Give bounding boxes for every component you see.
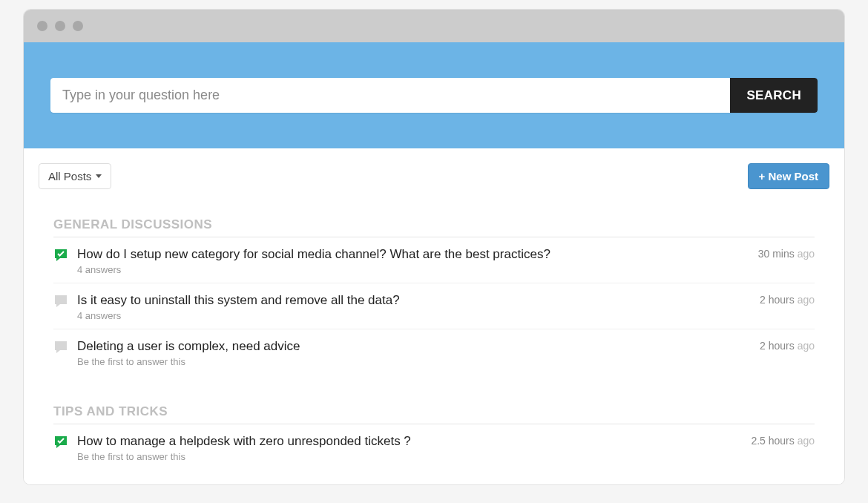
post-time-ago: ago [798, 435, 815, 447]
toolbar-row: All Posts + New Post [39, 163, 829, 189]
post-time: 2.5 hours ago [751, 435, 815, 447]
post-row[interactable]: Is it easy to uninstall this system and … [53, 283, 815, 329]
answered-badge-icon [53, 248, 70, 266]
post-time-value: 30 mins [758, 248, 795, 260]
traffic-dot-1 [37, 21, 47, 31]
post-row[interactable]: Deleting a user is complex, need advice … [53, 329, 815, 375]
section-title: TIPS AND TRICKS [53, 404, 815, 419]
chevron-down-icon [96, 174, 102, 178]
answered-badge-icon [53, 435, 70, 453]
search-input[interactable] [50, 78, 730, 113]
post-time-ago: ago [798, 248, 815, 260]
post-row[interactable]: How do I setup new category for social m… [53, 237, 815, 283]
post-time-ago: ago [798, 294, 815, 306]
search-banner: SEARCH [24, 42, 844, 148]
post-time-value: 2.5 hours [751, 435, 794, 447]
section-tips-and-tricks: TIPS AND TRICKS How to manage a helpdesk… [39, 404, 829, 470]
post-title: Is it easy to uninstall this system and … [77, 292, 745, 309]
post-main: How do I setup new category for social m… [77, 246, 743, 275]
post-sub: Be the first to answer this [77, 356, 745, 367]
content-area: All Posts + New Post GENERAL DISCUSSIONS… [24, 148, 844, 484]
post-main: Deleting a user is complex, need advice … [77, 338, 745, 367]
chat-bubble-icon [53, 340, 70, 358]
filter-dropdown[interactable]: All Posts [39, 163, 111, 189]
traffic-dot-3 [73, 21, 83, 31]
browser-titlebar [24, 10, 844, 42]
search-wrap: SEARCH [50, 78, 818, 113]
post-sub: Be the first to answer this [77, 451, 736, 462]
section-title: GENERAL DISCUSSIONS [53, 217, 815, 232]
post-time: 2 hours ago [760, 340, 815, 352]
post-time: 30 mins ago [758, 248, 815, 260]
post-time-value: 2 hours [760, 294, 795, 306]
chat-bubble-icon [53, 294, 70, 312]
post-time-ago: ago [798, 340, 815, 352]
traffic-dot-2 [55, 21, 65, 31]
browser-window: SEARCH All Posts + New Post GENERAL DISC… [23, 9, 845, 485]
filter-dropdown-label: All Posts [48, 170, 91, 183]
search-button[interactable]: SEARCH [730, 78, 818, 113]
post-main: How to manage a helpdesk with zero unres… [77, 433, 736, 462]
section-general-discussions: GENERAL DISCUSSIONS How do I setup new c… [39, 217, 829, 375]
post-title: How to manage a helpdesk with zero unres… [77, 433, 736, 450]
post-time: 2 hours ago [760, 294, 815, 306]
post-sub: 4 answers [77, 264, 743, 275]
post-time-value: 2 hours [760, 340, 795, 352]
post-title: How do I setup new category for social m… [77, 246, 743, 263]
new-post-button[interactable]: + New Post [748, 163, 829, 189]
post-main: Is it easy to uninstall this system and … [77, 292, 745, 321]
post-row[interactable]: How to manage a helpdesk with zero unres… [53, 424, 815, 470]
section-gap [39, 375, 829, 404]
post-sub: 4 answers [77, 310, 745, 321]
post-title: Deleting a user is complex, need advice [77, 338, 745, 355]
